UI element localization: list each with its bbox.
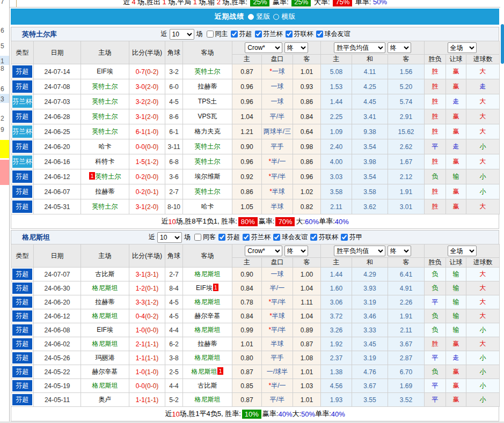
scope-select[interactable]: 全场	[448, 42, 477, 53]
result-handicap-cell: 走	[446, 139, 466, 154]
handicap-cell: 一球	[262, 79, 293, 94]
score-cell: 1-1(1-1)	[129, 351, 165, 365]
avg-home-cell: 2.40	[321, 139, 352, 154]
league-badge: 芬兰杯	[12, 95, 32, 108]
handicap-name: 平手	[271, 354, 284, 361]
league-filter-label[interactable]: 球会友谊	[325, 29, 350, 39]
scope-select[interactable]: 全场	[448, 246, 477, 256]
fulltime-score: 0-4	[136, 313, 145, 320]
home-team-name: 英特土尔	[92, 98, 118, 105]
same-venue-checkbox[interactable]	[207, 31, 214, 38]
result-text: 大	[480, 298, 486, 306]
date-cell: 24-06-08	[34, 323, 81, 337]
match-count-select[interactable]: 10	[157, 232, 182, 243]
subcolumn-header: 主	[321, 258, 352, 268]
league-filter-checkbox[interactable]	[316, 31, 323, 38]
layout-radio[interactable]	[273, 14, 279, 20]
home-team-cell: 格尼斯坦	[81, 379, 129, 393]
match-row: 芬超24-06-20哈卡0-0(0-0)3-11英特土尔0.90平手0.982.…	[11, 139, 500, 154]
result-text: 平	[432, 143, 439, 150]
odds-away-cell: 0.87	[293, 337, 321, 351]
same-venue-label[interactable]: 同客	[203, 233, 216, 242]
result-text: 平	[432, 396, 439, 403]
league-filter-checkbox[interactable]	[273, 234, 280, 241]
result-text: 胜	[432, 158, 439, 165]
result-text: 输	[453, 298, 459, 306]
away-team-cell: EIF埃1	[183, 281, 232, 295]
result-text: 胜	[432, 113, 439, 120]
league-filter-label[interactable]: 芬联杯	[294, 29, 313, 39]
fulltime-score: 1-2	[136, 285, 145, 292]
result-goals-cell: 大	[466, 281, 500, 295]
odds-final-select[interactable]: 终	[284, 246, 308, 256]
odds-source-select[interactable]: Crow*	[245, 42, 282, 53]
result-handicap-cell: 输	[446, 268, 466, 281]
league-filter-checkbox[interactable]	[218, 234, 225, 241]
fulltime-score: 0-0	[136, 382, 145, 390]
result-goals-cell: 大	[466, 199, 500, 214]
subcolumn-header: 让球	[446, 55, 466, 64]
handicap-cell: *半/一	[262, 379, 293, 393]
halftime-score: (2-0)	[145, 83, 158, 91]
handicap-name: 一球	[272, 68, 285, 75]
home-team-cell: 赫尔辛基	[81, 365, 129, 379]
league-filter-checkbox[interactable]	[255, 31, 262, 38]
home-team-cell: 格尼斯坦	[81, 337, 129, 351]
avg-away-cell: 1.91	[388, 184, 425, 199]
avg-source-select[interactable]: 胜平负均值	[334, 246, 385, 256]
avg-final-select[interactable]: 终	[388, 246, 411, 256]
same-venue-checkbox[interactable]	[194, 234, 201, 241]
odds-away-cell: 1.04	[293, 309, 321, 323]
odds-selects-header: Crow* 终	[232, 244, 321, 258]
odds-source-select[interactable]: Crow*	[245, 246, 282, 256]
odds-home-cell: 0.96	[232, 79, 262, 94]
league-filter-label[interactable]: 芬甲	[349, 233, 362, 242]
avg-final-select[interactable]: 终	[388, 42, 411, 53]
league-filter-checkbox[interactable]	[310, 234, 317, 241]
league-cell: 芬超	[11, 393, 34, 407]
avg-draw-cell: 3.19	[352, 295, 388, 309]
odds-away-cell: 0.86	[293, 94, 321, 109]
odds-away-cell: 1.03	[293, 379, 321, 393]
scrollbar-thumb[interactable]	[501, 24, 504, 64]
same-venue-label[interactable]: 同主	[215, 29, 228, 39]
league-filter-checkbox[interactable]	[243, 234, 250, 241]
away-team-name: 英特土尔	[195, 143, 221, 150]
handicap-cell: 半球	[262, 337, 293, 351]
avg-home-cell: 3.06	[321, 295, 352, 309]
league-filter-label[interactable]: 芬兰杯	[264, 29, 283, 39]
league-filter-label[interactable]: 芬联杯	[319, 233, 338, 242]
odds-final-select[interactable]: 终	[284, 42, 308, 53]
layout-radio-label[interactable]: 竖版	[257, 12, 271, 21]
avg-source-select[interactable]: 胜平负均值	[334, 42, 385, 53]
layout-radio-label[interactable]: 横版	[282, 12, 296, 21]
stat-text: 50%	[373, 0, 387, 6]
handicap-name: 半/一	[271, 158, 286, 165]
avg-home-cell: 1.09	[321, 124, 352, 139]
score-cell: 2-1(1-1)	[129, 337, 165, 351]
subcolumn-header: 进球数	[466, 55, 500, 64]
league-filter-label[interactable]: 芬超	[239, 29, 252, 39]
league-filter-label[interactable]: 球会友谊	[282, 233, 308, 242]
match-count-select[interactable]: 10	[170, 29, 194, 40]
red-card-badge: 1	[89, 172, 94, 180]
away-team-name: 英特土尔	[195, 158, 221, 165]
league-filter-checkbox[interactable]	[231, 31, 238, 38]
column-header: 角球	[165, 244, 183, 268]
league-filter-checkbox[interactable]	[341, 234, 348, 241]
result-goals-cell: 小	[466, 393, 500, 407]
result-wdl-cell: 胜	[425, 154, 446, 169]
league-filter-label[interactable]: 芬兰杯	[251, 233, 271, 242]
stat-text: 1	[163, 0, 166, 6]
home-team-name: 哈卡	[99, 143, 112, 150]
league-filter-label[interactable]: 芬超	[227, 233, 240, 242]
layout-radio-selected[interactable]	[248, 14, 254, 20]
stat-text: 赢率:	[271, 0, 290, 6]
away-team-name: 英特土尔	[195, 188, 221, 195]
fulltime-score: 1-0	[136, 368, 145, 376]
league-filter-checkbox[interactable]	[286, 31, 293, 38]
result-goals-cell: 大	[466, 94, 500, 109]
team-section: 格尼斯坦近10场同客芬超芬兰杯球会友谊芬联杯芬甲类型日期主场比分(半场)角球客场…	[11, 230, 499, 421]
away-team-name: 格尼斯坦	[195, 298, 221, 306]
team-section: 英特土尔库近10场同主芬超芬兰杯芬联杯球会友谊类型日期主场比分(半场)角球客场C…	[11, 27, 499, 229]
